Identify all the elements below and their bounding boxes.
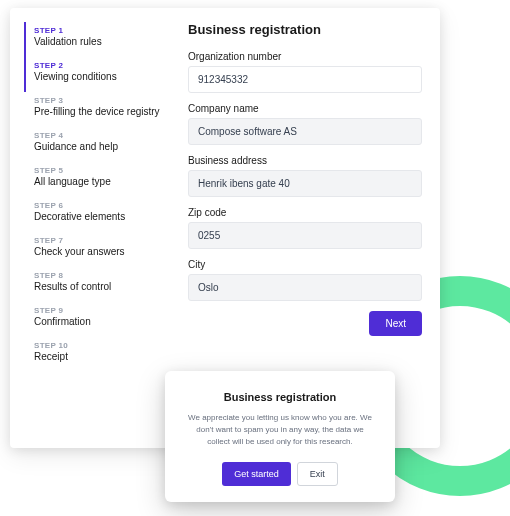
step-1[interactable]: STEP 1 Validation rules [24,22,162,57]
step-2[interactable]: STEP 2 Viewing conditions [24,57,162,92]
step-title: Guidance and help [34,141,162,152]
org-number-input[interactable] [188,66,422,93]
city-label: City [188,259,422,270]
field-org-number: Organization number [188,51,422,93]
step-label: STEP 5 [34,166,162,175]
step-title: Viewing conditions [34,71,162,82]
step-label: STEP 1 [34,26,162,35]
form-actions: Next [188,311,422,336]
step-label: STEP 2 [34,61,162,70]
business-address-label: Business address [188,155,422,166]
step-title: All language type [34,176,162,187]
company-name-input[interactable] [188,118,422,145]
field-city: City [188,259,422,301]
next-button[interactable]: Next [369,311,422,336]
get-started-button[interactable]: Get started [222,462,291,486]
step-title: Decorative elements [34,211,162,222]
step-label: STEP 3 [34,96,162,105]
step-6[interactable]: STEP 6 Decorative elements [24,197,162,232]
field-zip-code: Zip code [188,207,422,249]
modal-title: Business registration [187,391,373,403]
step-label: STEP 10 [34,341,162,350]
step-9[interactable]: STEP 9 Confirmation [24,302,162,337]
step-label: STEP 4 [34,131,162,140]
steps-sidebar: STEP 1 Validation rules STEP 2 Viewing c… [10,8,170,448]
step-title: Pre-filling the device registry [34,106,162,117]
step-10[interactable]: STEP 10 Receipt [24,337,162,372]
step-label: STEP 9 [34,306,162,315]
step-label: STEP 6 [34,201,162,210]
step-title: Confirmation [34,316,162,327]
modal-text: We appreciate you letting us know who yo… [187,412,373,448]
step-7[interactable]: STEP 7 Check your answers [24,232,162,267]
step-8[interactable]: STEP 8 Results of control [24,267,162,302]
modal-actions: Get started Exit [187,462,373,486]
zip-code-input[interactable] [188,222,422,249]
business-address-input[interactable] [188,170,422,197]
step-4[interactable]: STEP 4 Guidance and help [24,127,162,162]
step-3[interactable]: STEP 3 Pre-filling the device registry [24,92,162,127]
intro-modal: Business registration We appreciate you … [165,371,395,502]
step-label: STEP 8 [34,271,162,280]
field-business-address: Business address [188,155,422,197]
step-5[interactable]: STEP 5 All language type [24,162,162,197]
field-company-name: Company name [188,103,422,145]
step-title: Validation rules [34,36,162,47]
page-title: Business registration [188,22,422,37]
step-title: Check your answers [34,246,162,257]
step-title: Receipt [34,351,162,362]
company-name-label: Company name [188,103,422,114]
city-input[interactable] [188,274,422,301]
step-title: Results of control [34,281,162,292]
org-number-label: Organization number [188,51,422,62]
zip-code-label: Zip code [188,207,422,218]
exit-button[interactable]: Exit [297,462,338,486]
step-label: STEP 7 [34,236,162,245]
